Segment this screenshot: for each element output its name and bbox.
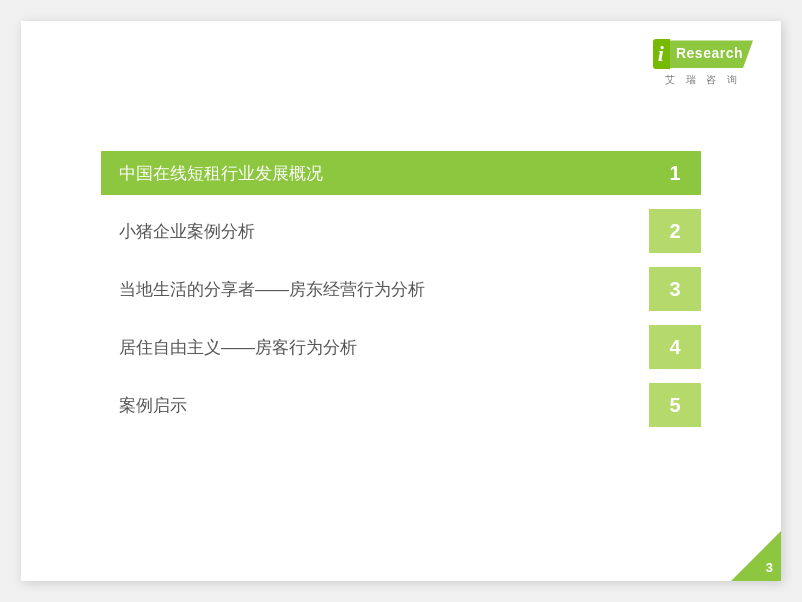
menu-label-2: 小猪企业案例分析 [101, 209, 649, 253]
logo-i-icon: i [653, 39, 670, 69]
menu-item-2[interactable]: 小猪企业案例分析 2 [101, 209, 701, 253]
menu-number-1: 1 [649, 151, 701, 195]
menu-number-2: 2 [649, 209, 701, 253]
logo-area: i Research 艾 瑞 咨 询 [653, 39, 753, 87]
menu-label-5: 案例启示 [101, 383, 649, 427]
corner-decoration [731, 531, 781, 581]
page-number: 3 [766, 560, 773, 575]
menu-label-4: 居住自由主义——房客行为分析 [101, 325, 649, 369]
menu-item-3[interactable]: 当地生活的分享者——房东经营行为分析 3 [101, 267, 701, 311]
logo-research-text: Research [670, 40, 753, 68]
menu-item-5[interactable]: 案例启示 5 [101, 383, 701, 427]
menu-label-1: 中国在线短租行业发展概况 [101, 151, 649, 195]
menu-item-1[interactable]: 中国在线短租行业发展概况 1 [101, 151, 701, 195]
corner-triangle-icon [731, 531, 781, 581]
logo-subtitle: 艾 瑞 咨 询 [665, 73, 741, 87]
menu-number-4: 4 [649, 325, 701, 369]
menu-container: 中国在线短租行业发展概况 1 小猪企业案例分析 2 当地生活的分享者——房东经营… [101, 151, 701, 427]
slide: i Research 艾 瑞 咨 询 中国在线短租行业发展概况 1 小猪企业案例… [21, 21, 781, 581]
menu-number-3: 3 [649, 267, 701, 311]
logo-badge: i Research [653, 39, 753, 69]
menu-number-5: 5 [649, 383, 701, 427]
menu-label-3: 当地生活的分享者——房东经营行为分析 [101, 267, 649, 311]
menu-item-4[interactable]: 居住自由主义——房客行为分析 4 [101, 325, 701, 369]
